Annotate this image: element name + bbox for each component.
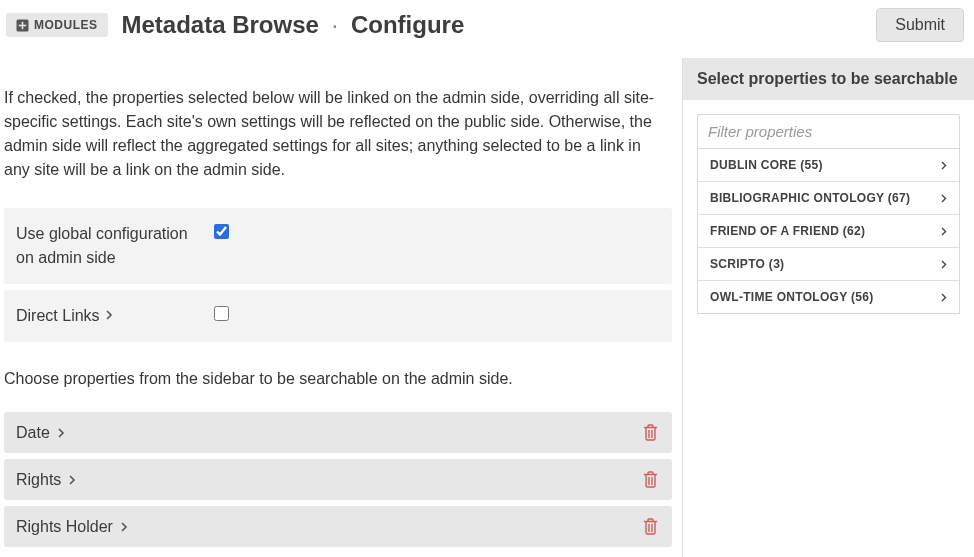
field-label-text: Use global configuration on admin side <box>16 222 206 270</box>
page-title: Metadata Browse · Configure <box>122 11 863 39</box>
plus-square-icon <box>16 19 29 32</box>
remove-property-button[interactable] <box>641 422 660 443</box>
chevron-right-icon <box>941 194 947 203</box>
chevron-right-icon <box>941 161 947 170</box>
field-label-text: Direct Links <box>16 304 100 328</box>
vocabulary-label: OWL-TIME ONTOLOGY (56) <box>710 290 874 304</box>
chevron-right-icon <box>106 310 113 320</box>
property-label: Date <box>16 424 50 442</box>
title-separator: · <box>332 11 339 38</box>
remove-property-button[interactable] <box>641 516 660 537</box>
direct-links-checkbox[interactable] <box>214 306 229 321</box>
vocabulary-item[interactable]: BIBLIOGRAPHIC ONTOLOGY (67) <box>698 181 959 214</box>
vocabulary-item[interactable]: FRIEND OF A FRIEND (62) <box>698 214 959 247</box>
selected-property-row: Rights Holder <box>4 506 672 547</box>
selected-property-row: Date <box>4 412 672 453</box>
chevron-right-icon <box>121 522 128 532</box>
field-global-config-label: Use global configuration on admin side <box>16 222 206 270</box>
property-label: Rights <box>16 471 61 489</box>
chevron-right-icon <box>69 475 76 485</box>
chevron-right-icon <box>941 260 947 269</box>
sub-intro-text: Choose properties from the sidebar to be… <box>4 370 672 388</box>
title-sub: Configure <box>351 11 464 38</box>
field-direct-links: Direct Links <box>4 290 672 342</box>
submit-button[interactable]: Submit <box>876 8 964 42</box>
vocabulary-item[interactable]: DUBLIN CORE (55) <box>698 148 959 181</box>
trash-icon <box>643 471 658 488</box>
sidebar: Select properties to be searchable DUBLI… <box>682 58 974 557</box>
vocabulary-item[interactable]: OWL-TIME ONTOLOGY (56) <box>698 280 959 313</box>
vocabulary-label: FRIEND OF A FRIEND (62) <box>710 224 865 238</box>
property-label: Rights Holder <box>16 518 113 536</box>
vocabulary-label: BIBLIOGRAPHIC ONTOLOGY (67) <box>710 191 910 205</box>
chevron-right-icon <box>58 428 65 438</box>
trash-icon <box>643 518 658 535</box>
global-config-checkbox[interactable] <box>214 224 229 239</box>
field-direct-links-label: Direct Links <box>16 304 206 328</box>
vocabulary-list: DUBLIN CORE (55) BIBLIOGRAPHIC ONTOLOGY … <box>697 148 960 314</box>
svg-rect-2 <box>19 24 26 26</box>
main-content: If checked, the properties selected belo… <box>0 54 682 557</box>
selected-property-row: Rights <box>4 459 672 500</box>
sidebar-title: Select properties to be searchable <box>683 58 974 100</box>
field-global-config: Use global configuration on admin side <box>4 208 672 284</box>
filter-properties-input[interactable] <box>697 114 960 148</box>
chevron-right-icon <box>941 227 947 236</box>
modules-button[interactable]: MODULES <box>6 13 108 37</box>
intro-text: If checked, the properties selected belo… <box>4 86 664 182</box>
header: MODULES Metadata Browse · Configure Subm… <box>0 0 974 54</box>
modules-button-label: MODULES <box>34 18 98 32</box>
trash-icon <box>643 424 658 441</box>
title-main: Metadata Browse <box>122 11 319 38</box>
vocabulary-label: SCRIPTO (3) <box>710 257 784 271</box>
remove-property-button[interactable] <box>641 469 660 490</box>
vocabulary-item[interactable]: SCRIPTO (3) <box>698 247 959 280</box>
chevron-right-icon <box>941 293 947 302</box>
vocabulary-label: DUBLIN CORE (55) <box>710 158 823 172</box>
